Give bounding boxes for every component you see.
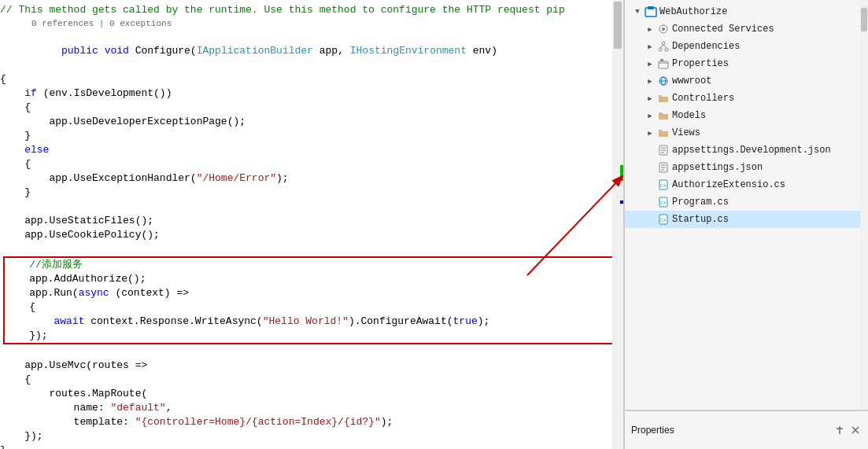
close-button[interactable]: [849, 424, 862, 436]
tree-item-appsettings[interactable]: appsettings.json: [625, 159, 868, 176]
highlight-box: //添加服务 app.AddAuthorize(); app.Run(async…: [3, 256, 620, 344]
controllers-label: Controllers: [672, 93, 734, 104]
code-line: name: "default",: [0, 401, 623, 415]
code-line: {: [0, 72, 623, 86]
tree-item-properties-folder[interactable]: Properties: [625, 55, 868, 72]
code-line: routes.MapRoute(: [0, 387, 623, 401]
expand-arrow-ctrl: [644, 92, 656, 105]
appsettings-label: appsettings.json: [672, 162, 763, 173]
svg-rect-11: [659, 61, 668, 68]
tree-item-dependencies[interactable]: Dependencies: [625, 38, 868, 55]
code-line: [0, 344, 623, 359]
program-icon: C#: [656, 196, 670, 208]
expand-arrow-connected: [644, 23, 656, 35]
expand-arrow-props: [644, 57, 656, 70]
startup-icon: C#: [656, 213, 670, 226]
code-line: await context.Response.WriteAsync("Hello…: [5, 315, 619, 329]
code-line: app.UseStaticFiles();: [0, 214, 623, 228]
expand-arrow-deps: [644, 40, 656, 53]
code-line: }: [0, 443, 623, 449]
svg-point-6: [662, 42, 665, 45]
code-line: {: [0, 101, 623, 115]
code-line: {: [0, 373, 623, 387]
code-line: app.UseExceptionHandler("/Home/Error");: [0, 171, 623, 186]
sidebar-scrollbar[interactable]: [860, 0, 868, 410]
svg-point-7: [659, 48, 662, 51]
code-line: //添加服务: [5, 258, 619, 272]
code-line: else: [0, 143, 623, 157]
code-line: {: [5, 300, 619, 315]
expand-arrow-views: [644, 127, 656, 139]
code-line: app.Run(async (context) =>: [5, 286, 619, 300]
tree-item-startup[interactable]: C# Startup.cs: [625, 211, 868, 228]
code-line: [0, 242, 623, 256]
wwwroot-icon: [656, 75, 670, 87]
root-label: WebAuthorize: [659, 6, 727, 17]
expand-arrow-root: [631, 6, 644, 18]
appsettings-dev-icon: [656, 144, 670, 156]
code-line: // This method gets called by the runtim…: [0, 3, 623, 17]
code-line: }: [0, 129, 623, 143]
controllers-folder-icon: [656, 92, 670, 105]
models-folder-icon: [656, 109, 670, 122]
svg-line-10: [663, 45, 667, 48]
appsettings-icon: [656, 161, 670, 174]
sidebar: WebAuthorize Connected Services: [624, 0, 868, 449]
code-line: });: [5, 329, 619, 343]
code-line: [0, 200, 623, 214]
authorize-ext-icon: C#: [656, 178, 670, 191]
views-label: Views: [672, 127, 700, 138]
code-line: app.UseMvc(routes =>: [0, 359, 623, 373]
tree-item-root[interactable]: WebAuthorize: [625, 3, 868, 20]
svg-line-9: [660, 45, 663, 48]
sidebar-tree: WebAuthorize Connected Services: [625, 0, 868, 410]
code-panel: // This method gets called by the runtim…: [0, 0, 624, 449]
properties-panel: Properties: [625, 410, 868, 449]
svg-text:C#: C#: [660, 183, 667, 188]
tree-item-controllers[interactable]: Controllers: [625, 90, 868, 107]
tree-item-connected-services[interactable]: Connected Services: [625, 20, 868, 38]
dependencies-icon: [656, 40, 670, 53]
connected-services-icon: [656, 23, 670, 35]
vertical-scrollbar[interactable]: [612, 0, 623, 449]
code-line: template: "{controller=Home}/{action=Ind…: [0, 415, 623, 429]
code-line: });: [0, 429, 623, 443]
expand-arrow-www: [644, 75, 656, 87]
project-icon: [644, 6, 658, 18]
tree-item-appsettings-dev[interactable]: appsettings.Development.json: [625, 142, 868, 159]
code-line: app.AddAuthorize();: [5, 272, 619, 286]
properties-icons: [833, 424, 862, 436]
code-line: }: [0, 186, 623, 200]
expand-arrow-models: [644, 109, 656, 122]
startup-label: Startup.cs: [672, 214, 729, 225]
tree-item-wwwroot[interactable]: wwwroot: [625, 72, 868, 90]
code-line: app.UseCookiePolicy();: [0, 228, 623, 242]
tree-item-authorize-ext[interactable]: C# AuthorizeExtensio.cs: [625, 176, 868, 193]
code-line: if (env.IsDevelopment()): [0, 86, 623, 101]
svg-point-5: [662, 28, 665, 31]
pin-button[interactable]: [833, 424, 846, 436]
code-line: {: [0, 157, 623, 171]
properties-icon: [656, 57, 670, 70]
tree-item-program[interactable]: C# Program.cs: [625, 193, 868, 211]
properties-folder-label: Properties: [672, 58, 729, 69]
code-line: app.UseDeveloperExceptionPage();: [0, 115, 623, 129]
dependencies-label: Dependencies: [672, 41, 740, 52]
code-area: // This method gets called by the runtim…: [0, 0, 623, 449]
sidebar-scroll-thumb[interactable]: [861, 8, 867, 31]
tree-item-views[interactable]: Views: [625, 124, 868, 142]
models-label: Models: [672, 110, 706, 121]
properties-label: Properties: [631, 425, 674, 436]
appsettings-dev-label: appsettings.Development.json: [672, 145, 831, 156]
connected-services-label: Connected Services: [672, 24, 774, 35]
code-line: public void Configure(IApplicationBuilde…: [0, 30, 623, 72]
svg-text:C#: C#: [660, 218, 667, 223]
svg-rect-3: [648, 6, 654, 9]
svg-rect-12: [660, 59, 663, 61]
views-folder-icon: [656, 127, 670, 139]
green-marker: [620, 165, 623, 181]
authorize-ext-label: AuthorizeExtensio.cs: [672, 179, 785, 190]
meta-line: 0 references | 0 exceptions: [0, 17, 623, 30]
scroll-thumb[interactable]: [614, 2, 622, 49]
tree-item-models[interactable]: Models: [625, 107, 868, 124]
